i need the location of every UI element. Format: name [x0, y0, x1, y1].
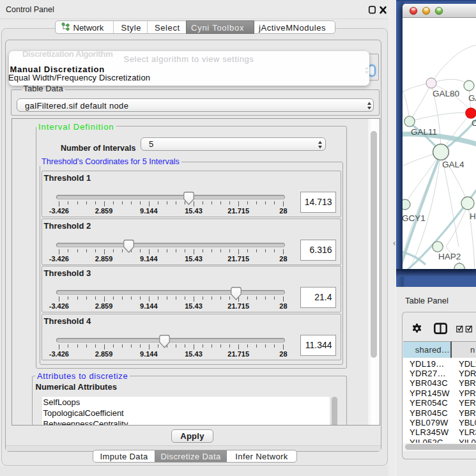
- svg-text:GAL4: GAL4: [442, 160, 464, 169]
- svg-text:GAL80: GAL80: [433, 89, 459, 98]
- svg-text:GA: GA: [468, 93, 476, 103]
- svg-text:GCY1: GCY1: [403, 213, 426, 223]
- svg-text:H: H: [470, 211, 476, 221]
- svg-text:GAL11: GAL11: [411, 127, 437, 137]
- svg-text:C: C: [472, 118, 476, 128]
- svg-text:HAP2: HAP2: [438, 252, 461, 261]
